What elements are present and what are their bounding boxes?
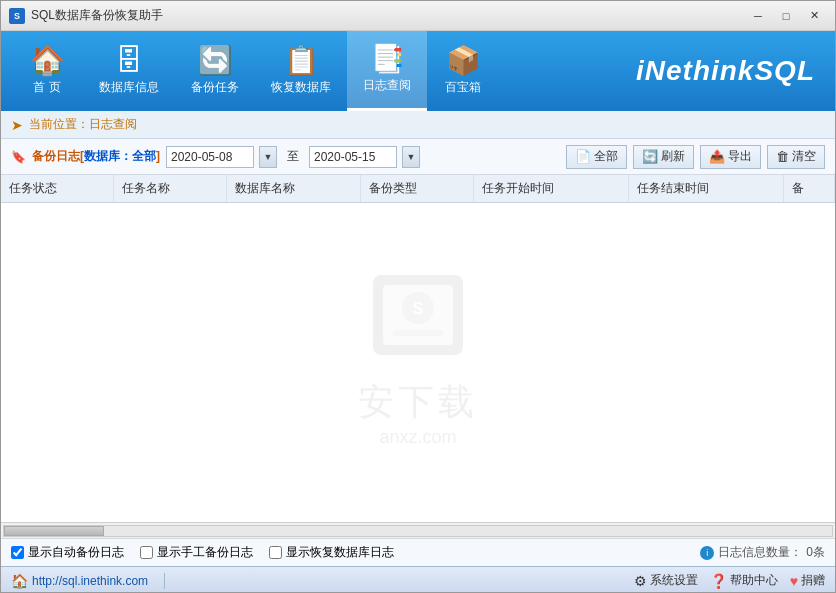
status-action-help[interactable]: ❓ 帮助中心 bbox=[710, 572, 778, 589]
date-to-picker-btn[interactable]: ▼ bbox=[402, 146, 420, 168]
filter-label: 备份日志[数据库：全部] bbox=[32, 148, 160, 165]
breadcrumb-location: 日志查阅 bbox=[89, 116, 137, 133]
btn-all-label: 全部 bbox=[594, 148, 618, 165]
settings-label: 系统设置 bbox=[650, 572, 698, 589]
settings-icon: ⚙ bbox=[634, 573, 647, 589]
date-from-input[interactable] bbox=[166, 146, 254, 168]
nav-item-restore[interactable]: 📋 恢复数据库 bbox=[255, 31, 347, 111]
nav-item-backup[interactable]: 🔄 备份任务 bbox=[175, 31, 255, 111]
status-action-settings[interactable]: ⚙ 系统设置 bbox=[634, 572, 698, 589]
col-start: 任务开始时间 bbox=[474, 175, 629, 203]
btn-refresh[interactable]: 🔄 刷新 bbox=[633, 145, 694, 169]
status-bar: 🏠 http://sql.inethink.com ⚙ 系统设置 ❓ 帮助中心 … bbox=[1, 566, 835, 593]
scrollbar-track[interactable] bbox=[3, 525, 833, 537]
tools-nav-icon: 📦 bbox=[446, 47, 481, 75]
donate-label: 捐赠 bbox=[801, 572, 825, 589]
btn-all[interactable]: 📄 全部 bbox=[566, 145, 627, 169]
btn-export-label: 导出 bbox=[728, 148, 752, 165]
btn-export[interactable]: 📤 导出 bbox=[700, 145, 761, 169]
date-to-input[interactable] bbox=[309, 146, 397, 168]
checkbox-auto-input[interactable] bbox=[11, 546, 24, 559]
btn-clear[interactable]: 🗑 清空 bbox=[767, 145, 825, 169]
dbinfo-nav-icon: 🗄 bbox=[115, 47, 143, 75]
checkbox-manual[interactable]: 显示手工备份日志 bbox=[140, 544, 253, 561]
help-icon: ❓ bbox=[710, 573, 727, 589]
table-container: 任务状态 任务名称 数据库名称 备份类型 任务开始时间 任务结束时间 备 bbox=[1, 175, 835, 522]
svg-point-2 bbox=[402, 292, 434, 324]
col-end: 任务结束时间 bbox=[629, 175, 784, 203]
btn-clear-label: 清空 bbox=[792, 148, 816, 165]
maximize-button[interactable]: □ bbox=[773, 6, 799, 26]
all-icon: 📄 bbox=[575, 149, 591, 164]
log-count-value: 0条 bbox=[806, 544, 825, 561]
log-count-label: 日志信息数量： bbox=[718, 544, 802, 561]
info-icon: i bbox=[700, 546, 714, 560]
checkbox-restore-input[interactable] bbox=[269, 546, 282, 559]
date-from-picker-btn[interactable]: ▼ bbox=[259, 146, 277, 168]
scrollbar-thumb[interactable] bbox=[4, 526, 104, 536]
nav-item-logs[interactable]: 📑 日志查阅 bbox=[347, 31, 427, 111]
clear-icon: 🗑 bbox=[776, 149, 789, 164]
backup-nav-icon: 🔄 bbox=[198, 47, 233, 75]
col-status: 任务状态 bbox=[1, 175, 113, 203]
checkbox-restore[interactable]: 显示恢复数据库日志 bbox=[269, 544, 394, 561]
svg-rect-0 bbox=[373, 275, 463, 355]
table-header: 任务状态 任务名称 数据库名称 备份类型 任务开始时间 任务结束时间 备 bbox=[1, 175, 835, 203]
checkbox-manual-input[interactable] bbox=[140, 546, 153, 559]
col-dbname: 数据库名称 bbox=[227, 175, 361, 203]
status-url-text: http://sql.inethink.com bbox=[32, 574, 148, 588]
watermark: S 安下载 anxz.com bbox=[358, 250, 478, 448]
nav-item-tools[interactable]: 📦 百宝箱 bbox=[427, 31, 499, 111]
minimize-button[interactable]: ─ bbox=[745, 6, 771, 26]
watermark-text1: 安下载 bbox=[358, 378, 478, 427]
app-icon: S bbox=[9, 8, 25, 24]
close-button[interactable]: ✕ bbox=[801, 6, 827, 26]
filter-icon: 🔖 bbox=[11, 150, 26, 164]
col-type: 备份类型 bbox=[361, 175, 474, 203]
nav-item-dbinfo[interactable]: 🗄 数据库信息 bbox=[83, 31, 175, 111]
nav-label-restore: 恢复数据库 bbox=[271, 79, 331, 96]
toolbar: 🏠 首 页 🗄 数据库信息 🔄 备份任务 📋 恢复数据库 📑 日志查阅 📦 百宝… bbox=[1, 31, 835, 111]
svg-rect-1 bbox=[383, 285, 453, 345]
status-divider bbox=[164, 573, 165, 589]
checkbox-auto-label: 显示自动备份日志 bbox=[28, 544, 124, 561]
breadcrumb-bar: ➤ 当前位置： 日志查阅 bbox=[1, 111, 835, 139]
nav-label-logs: 日志查阅 bbox=[363, 77, 411, 94]
status-home-icon: 🏠 bbox=[11, 573, 28, 589]
app-title: SQL数据库备份恢复助手 bbox=[31, 7, 745, 24]
checkbox-auto[interactable]: 显示自动备份日志 bbox=[11, 544, 124, 561]
home-nav-icon: 🏠 bbox=[30, 47, 65, 75]
status-action-donate[interactable]: ♥ 捐赠 bbox=[790, 572, 825, 589]
status-url: 🏠 http://sql.inethink.com bbox=[11, 573, 148, 589]
nav-label-tools: 百宝箱 bbox=[445, 79, 481, 96]
scrollbar-area bbox=[1, 522, 835, 538]
filter-to-label: 至 bbox=[287, 148, 299, 165]
status-actions: ⚙ 系统设置 ❓ 帮助中心 ♥ 捐赠 bbox=[634, 572, 825, 589]
nav-item-home[interactable]: 🏠 首 页 bbox=[11, 31, 83, 111]
nav-label-home: 首 页 bbox=[33, 79, 60, 96]
svg-rect-4 bbox=[393, 330, 443, 336]
table-section: 任务状态 任务名称 数据库名称 备份类型 任务开始时间 任务结束时间 备 bbox=[1, 175, 835, 566]
nav-bar: 🏠 首 页 🗄 数据库信息 🔄 备份任务 📋 恢复数据库 📑 日志查阅 📦 百宝… bbox=[11, 31, 499, 111]
breadcrumb-prefix: 当前位置： bbox=[29, 116, 89, 133]
col-extra: 备 bbox=[784, 175, 835, 203]
titlebar: S SQL数据库备份恢复助手 ─ □ ✕ bbox=[1, 1, 835, 31]
data-table: 任务状态 任务名称 数据库名称 备份类型 任务开始时间 任务结束时间 备 bbox=[1, 175, 835, 203]
window-controls: ─ □ ✕ bbox=[745, 6, 827, 26]
btn-refresh-label: 刷新 bbox=[661, 148, 685, 165]
help-label: 帮助中心 bbox=[730, 572, 778, 589]
log-count: i 日志信息数量： 0条 bbox=[700, 544, 825, 561]
brand-name: iNethinkSQL bbox=[636, 31, 825, 111]
filter-db-label: 数据库：全部 bbox=[84, 149, 156, 163]
checkbox-manual-label: 显示手工备份日志 bbox=[157, 544, 253, 561]
watermark-text2: anxz.com bbox=[358, 427, 478, 448]
svg-text:S: S bbox=[413, 300, 424, 317]
breadcrumb-icon: ➤ bbox=[11, 117, 23, 133]
logs-nav-icon: 📑 bbox=[370, 45, 405, 73]
checkbox-bar: 显示自动备份日志 显示手工备份日志 显示恢复数据库日志 i 日志信息数量： 0条 bbox=[1, 538, 835, 566]
nav-label-dbinfo: 数据库信息 bbox=[99, 79, 159, 96]
col-name: 任务名称 bbox=[113, 175, 226, 203]
refresh-icon: 🔄 bbox=[642, 149, 658, 164]
nav-label-backup: 备份任务 bbox=[191, 79, 239, 96]
restore-nav-icon: 📋 bbox=[284, 47, 319, 75]
